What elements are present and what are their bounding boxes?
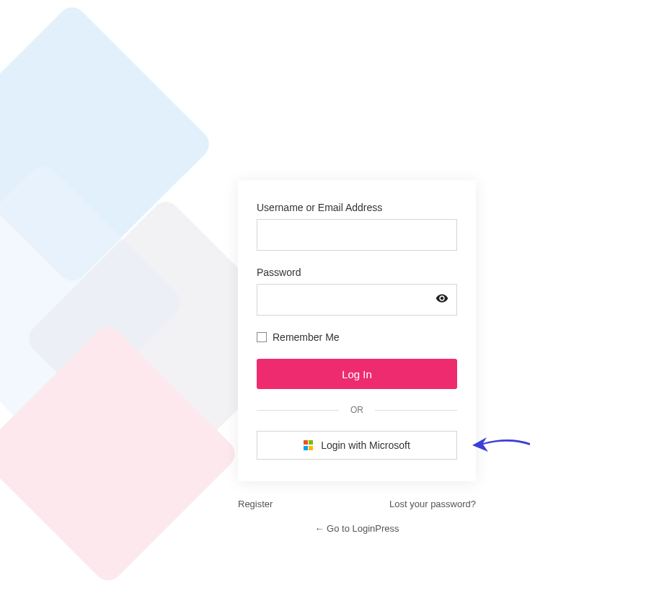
username-field-group: Username or Email Address xyxy=(257,202,457,251)
password-wrapper xyxy=(257,284,457,316)
back-link-container: ← Go to LoginPress xyxy=(238,523,476,534)
username-input[interactable] xyxy=(257,219,457,251)
remember-row: Remember Me xyxy=(257,331,457,343)
divider-line-right xyxy=(375,410,457,411)
password-label: Password xyxy=(257,267,457,278)
back-to-site-link[interactable]: ← Go to LoginPress xyxy=(314,523,399,534)
login-button[interactable]: Log In xyxy=(257,359,457,389)
login-form: Username or Email Address Password Remem… xyxy=(238,180,476,481)
annotation-arrow-icon xyxy=(469,432,534,464)
password-field-group: Password xyxy=(257,267,457,316)
password-input[interactable] xyxy=(257,284,457,316)
remember-checkbox[interactable] xyxy=(257,332,267,342)
or-divider: OR xyxy=(257,405,457,415)
lost-password-link[interactable]: Lost your password? xyxy=(389,499,476,509)
microsoft-login-button[interactable]: Login with Microsoft xyxy=(257,431,457,460)
divider-line-left xyxy=(257,410,339,411)
divider-text: OR xyxy=(339,405,375,415)
register-link[interactable]: Register xyxy=(238,499,273,509)
microsoft-button-label: Login with Microsoft xyxy=(321,439,410,451)
remember-label[interactable]: Remember Me xyxy=(273,331,340,343)
show-password-icon[interactable] xyxy=(436,292,448,308)
username-label: Username or Email Address xyxy=(257,202,457,213)
microsoft-icon xyxy=(304,440,314,450)
bottom-links: Register Lost your password? xyxy=(238,499,476,509)
